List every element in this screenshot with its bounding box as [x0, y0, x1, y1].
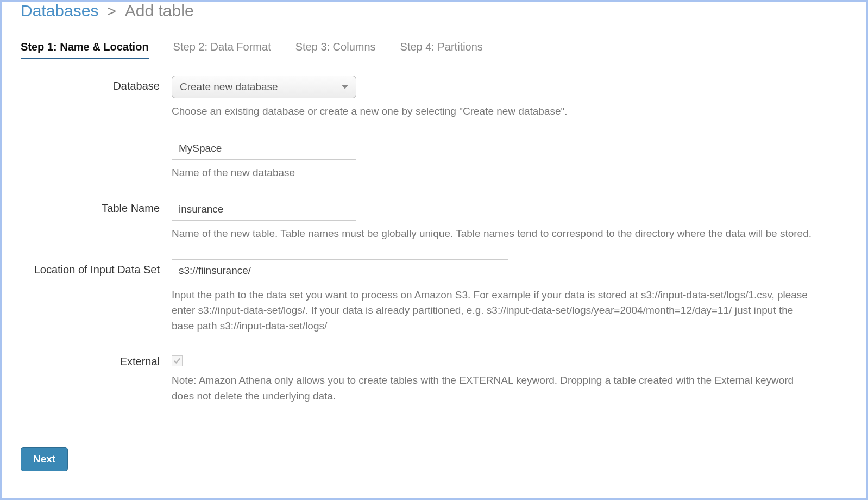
- tab-step-4[interactable]: Step 4: Partitions: [400, 36, 483, 59]
- tab-step-1[interactable]: Step 1: Name & Location: [21, 36, 149, 59]
- breadcrumb-current: Add table: [125, 2, 194, 20]
- database-select[interactable]: Create new database: [172, 76, 356, 98]
- external-help: Note: Amazon Athena only allows you to c…: [172, 373, 813, 404]
- table-name-label: Table Name: [21, 198, 172, 215]
- breadcrumb-sep: >: [107, 3, 116, 20]
- new-database-name-help: Name of the new database: [172, 165, 813, 181]
- add-table-form: Database Create new database Choose an e…: [21, 76, 847, 404]
- tab-step-3[interactable]: Step 3: Columns: [295, 36, 376, 59]
- database-select-value: Create new database: [180, 81, 278, 92]
- wizard-tabs: Step 1: Name & Location Step 2: Data For…: [21, 36, 847, 59]
- table-name-help: Name of the new table. Table names must …: [172, 226, 813, 242]
- next-button[interactable]: Next: [21, 447, 68, 471]
- database-help: Choose an existing database or create a …: [172, 104, 813, 120]
- external-checkbox[interactable]: [172, 355, 183, 366]
- chevron-down-icon: [342, 85, 348, 89]
- check-icon: [173, 357, 181, 365]
- database-label: Database: [21, 76, 172, 92]
- new-database-name-input[interactable]: [172, 137, 356, 160]
- location-label: Location of Input Data Set: [21, 259, 172, 276]
- breadcrumb-link-databases[interactable]: Databases: [21, 2, 98, 20]
- location-input[interactable]: [172, 259, 508, 282]
- location-help: Input the path to the data set you want …: [172, 288, 813, 334]
- table-name-input[interactable]: [172, 198, 356, 221]
- tab-step-2[interactable]: Step 2: Data Format: [173, 36, 271, 59]
- external-label: External: [21, 351, 172, 368]
- breadcrumb: Databases > Add table: [21, 2, 847, 20]
